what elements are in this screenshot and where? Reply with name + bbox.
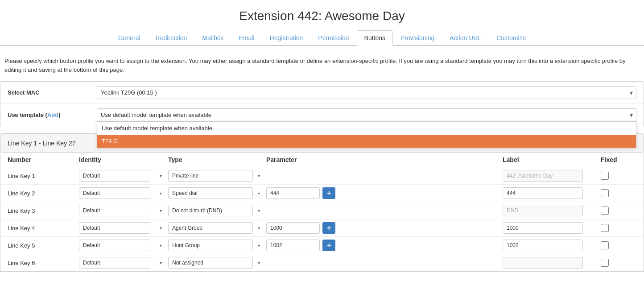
table-row: Line Key 1 Default ▾ Private line ▾ [0,167,644,185]
identity-select-1[interactable]: Default [79,170,150,182]
col-header-identity: Identity [79,156,168,163]
select-mac-control: Yealink T29G (00:15 ) ▾ [97,86,636,99]
dropdown-item-t29g[interactable]: T29 G [97,135,636,148]
col-header-number: Number [8,156,79,163]
identity-arrow-4: ▾ [160,226,162,231]
type-select-wrap-1: Private line ▾ [168,170,263,182]
tab-registration[interactable]: Registration [262,30,311,46]
fixed-checkbox-1[interactable] [601,172,609,180]
tab-customize[interactable]: Customize [489,30,533,46]
identity-select-wrap-3: Default ▾ [79,205,165,216]
tab-redirection[interactable]: Redirection [148,30,195,46]
label-input-1[interactable] [503,170,583,182]
identity-select-wrap-4: Default ▾ [79,222,165,234]
row-number: Line Key 1 [8,173,79,179]
param-plus-button-4[interactable]: + [322,222,335,234]
use-template-row: Use template (Add) Use default model tem… [0,104,644,126]
tab-action-url[interactable]: Action URL [442,30,489,46]
row-number: Line Key 4 [8,225,79,232]
line-keys-title: Line Key 1 - Line Key 27 [8,140,76,147]
table-row: Line Key 2 Default ▾ Speed dial ▾ + [0,185,644,202]
fixed-checkbox-4[interactable] [601,224,609,232]
identity-arrow-5: ▾ [160,243,162,248]
type-select-1[interactable]: Private line [168,170,253,182]
fixed-checkbox-5[interactable] [601,241,609,249]
param-input-5[interactable] [266,240,320,251]
identity-arrow-3: ▾ [160,208,162,213]
table-row: Line Key 4 Default ▾ Agent Group ▾ + [0,219,644,237]
page-description: Please specify which button profile you … [0,53,644,81]
tab-permission[interactable]: Permission [310,30,356,46]
param-plus-button-2[interactable]: + [322,187,335,199]
identity-select-wrap-2: Default ▾ [79,187,165,199]
row-number: Line Key 3 [8,207,79,214]
identity-select-4[interactable]: Default [79,222,150,234]
form-section: Select MAC Yealink T29G (00:15 ) ▾ Use t… [0,81,644,126]
label-input-3[interactable] [503,205,583,216]
type-select-4[interactable]: Agent Group [168,222,253,234]
identity-select-wrap-5: Default ▾ [79,240,165,251]
type-select-3[interactable]: Do not disturb (DND) [168,205,253,216]
type-select-6[interactable]: Not assigned [168,257,253,269]
identity-select-3[interactable]: Default [79,205,150,216]
select-mac-row: Select MAC Yealink T29G (00:15 ) ▾ [0,82,644,104]
col-header-fixed: Fixed [601,156,636,163]
tab-email[interactable]: Email [231,30,262,46]
label-input-4[interactable] [503,222,583,234]
fixed-checkbox-3[interactable] [601,207,609,215]
param-input-2[interactable] [266,187,320,199]
tab-general[interactable]: General [111,30,148,46]
tab-provisioning[interactable]: Provisioning [393,30,442,46]
col-header-type: Type [168,156,266,163]
type-select-wrap-4: Agent Group ▾ [168,222,263,234]
identity-select-2[interactable]: Default [79,187,150,199]
type-arrow-4: ▾ [258,226,260,231]
identity-arrow-2: ▾ [160,191,162,196]
identity-select-6[interactable]: Default [79,257,150,269]
type-select-5[interactable]: Hunt Group [168,240,253,251]
type-arrow-3: ▾ [258,208,260,213]
tab-buttons[interactable]: Buttons [357,30,393,46]
param-wrap-5: + [266,240,503,251]
identity-select-5[interactable]: Default [79,240,150,251]
page-title: Extension 442: Awesome Day [0,0,644,30]
table-row: Line Key 6 Default ▾ Not assigned ▾ [0,254,644,271]
select-mac-label: Select MAC [8,89,97,96]
use-template-control: Use default model template when availabl… [97,108,636,121]
param-input-4[interactable] [266,222,320,234]
identity-arrow-6: ▾ [160,261,162,265]
use-template-dropdown[interactable]: Use default model template when availabl… [97,108,636,121]
table-row: Line Key 5 Default ▾ Hunt Group ▾ + [0,237,644,254]
param-plus-button-5[interactable]: + [322,240,335,251]
tab-navigation: General Redirection Mailbox Email Regist… [0,30,644,46]
col-header-label: Label [503,156,601,163]
add-template-link[interactable]: Add [47,112,58,118]
type-select-2[interactable]: Speed dial [168,187,253,199]
identity-select-wrap-1: Default ▾ [79,170,165,182]
type-arrow-1: ▾ [258,174,260,178]
use-template-label: Use template (Add) [8,112,97,118]
param-wrap-4: + [266,222,503,234]
row-number: Line Key 6 [8,260,79,266]
tab-mailbox[interactable]: Mailbox [194,30,231,46]
template-dropdown-list: Use default model template when availabl… [97,121,636,148]
type-select-wrap-6: Not assigned ▾ [168,257,263,269]
type-select-wrap-2: Speed dial ▾ [168,187,263,199]
type-select-wrap-5: Hunt Group ▾ [168,240,263,251]
line-keys-table: Number Identity Type Parameter Label Fix… [0,153,644,272]
row-number: Line Key 5 [8,242,79,249]
table-row: Line Key 3 Default ▾ Do not disturb (DND… [0,202,644,219]
label-input-6[interactable] [503,257,583,269]
fixed-checkbox-6[interactable] [601,259,609,267]
identity-arrow-1: ▾ [160,174,162,178]
fixed-checkbox-2[interactable] [601,189,609,197]
dropdown-item-default[interactable]: Use default model template when availabl… [97,122,636,135]
label-input-2[interactable] [503,187,583,199]
type-arrow-2: ▾ [258,191,260,196]
type-arrow-6: ▾ [258,261,260,265]
row-number: Line Key 2 [8,190,79,197]
type-select-wrap-3: Do not disturb (DND) ▾ [168,205,263,216]
type-arrow-5: ▾ [258,243,260,248]
select-mac-dropdown[interactable]: Yealink T29G (00:15 ) [97,86,636,99]
label-input-5[interactable] [503,240,583,251]
